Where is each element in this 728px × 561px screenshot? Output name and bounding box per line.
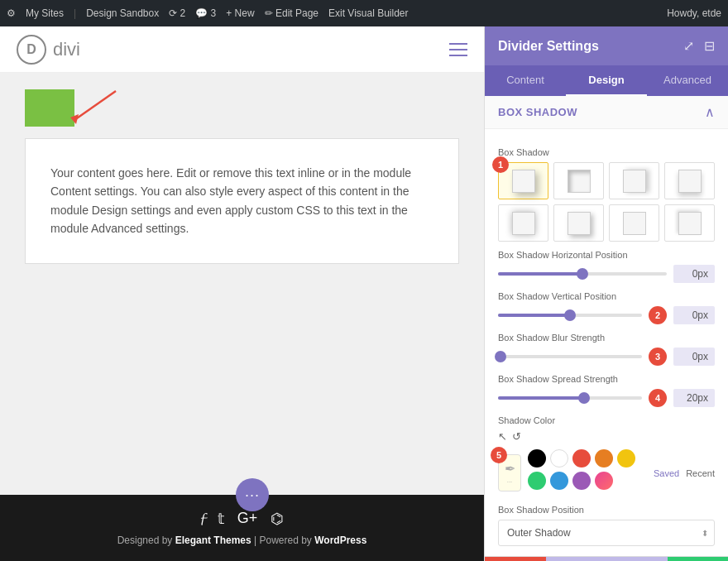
swatch-red[interactable] bbox=[572, 449, 591, 468]
recent-tab[interactable]: Recent bbox=[686, 468, 715, 478]
tab-advanced[interactable]: Advanced bbox=[647, 65, 728, 96]
shadow-option-2[interactable] bbox=[553, 162, 604, 199]
floating-menu-button[interactable]: ··· bbox=[236, 478, 269, 511]
saved-tab[interactable]: Saved bbox=[654, 468, 679, 478]
vertical-position-value[interactable] bbox=[673, 306, 715, 324]
design-sandbox-link[interactable]: Design Sandbox bbox=[86, 7, 159, 19]
vertical-position-slider-row: 2 bbox=[498, 306, 715, 324]
tab-design[interactable]: Design bbox=[566, 65, 647, 96]
cancel-button[interactable]: ✕ bbox=[485, 557, 546, 561]
color-picker-box[interactable]: 5 ✒ ··· bbox=[498, 454, 521, 491]
horizontal-position-track[interactable] bbox=[498, 272, 667, 276]
wp-logo[interactable]: ⚙ bbox=[7, 7, 16, 19]
exit-vb-link[interactable]: Exit Visual Builder bbox=[328, 7, 409, 19]
blur-strength-label: Box Shadow Blur Strength bbox=[498, 333, 715, 343]
vertical-position-track[interactable] bbox=[498, 314, 642, 317]
rss-icon[interactable]: ⌬ bbox=[271, 510, 284, 528]
section-collapse-icon[interactable]: ∧ bbox=[705, 104, 715, 120]
shadow-position-select[interactable]: Outer Shadow Inner Shadow bbox=[498, 520, 715, 546]
google-plus-icon[interactable]: G+ bbox=[237, 510, 258, 528]
panel-header: Divider Settings ⤢ ⊟ bbox=[485, 26, 728, 65]
swatch-black[interactable] bbox=[528, 449, 546, 468]
spread-strength-value[interactable] bbox=[673, 389, 715, 407]
hamburger-menu[interactable] bbox=[449, 43, 467, 56]
comments-link[interactable]: 💬 3 bbox=[195, 7, 216, 19]
shadow-option-8[interactable] bbox=[664, 204, 715, 242]
page-area: D divi Your content goes here. Edit or r… bbox=[0, 26, 484, 561]
new-content-link[interactable]: + New bbox=[226, 7, 254, 19]
expand-icon[interactable]: ⤢ bbox=[683, 38, 694, 54]
blur-strength-slider-row: 3 bbox=[498, 348, 715, 366]
divi-header: D divi bbox=[0, 26, 484, 73]
horizontal-position-value[interactable] bbox=[673, 265, 715, 283]
shadow-option-4[interactable] bbox=[664, 162, 715, 199]
shadow-option-1[interactable]: 1 bbox=[498, 162, 548, 199]
badge-3: 3 bbox=[649, 348, 667, 366]
swatch-yellow[interactable] bbox=[617, 449, 635, 468]
cursor-icon[interactable]: ↖ bbox=[498, 430, 507, 443]
horizontal-position-label: Box Shadow Horizontal Position bbox=[498, 250, 715, 260]
shadow-position-select-wrapper: Outer Shadow Inner Shadow bbox=[498, 520, 715, 546]
spread-strength-track[interactable] bbox=[498, 396, 642, 400]
box-shadow-label: Box Shadow bbox=[498, 147, 715, 157]
shadow-color-label: Shadow Color bbox=[498, 415, 715, 425]
swatch-blue[interactable] bbox=[550, 472, 568, 490]
panel-title: Divider Settings bbox=[498, 39, 599, 54]
eyedropper-icon: ✒ bbox=[505, 461, 515, 477]
edit-page-link[interactable]: ✏ Edit Page bbox=[265, 7, 318, 19]
action-bar: ✕ ↺ ↻ ✓ bbox=[485, 556, 728, 561]
shadow-color-row: ↖ ↺ bbox=[498, 430, 715, 443]
red-arrow-icon bbox=[66, 83, 124, 132]
swatch-green[interactable] bbox=[528, 472, 546, 490]
shadow-option-6[interactable] bbox=[553, 204, 604, 242]
saved-recent-tabs: Saved Recent bbox=[654, 468, 715, 478]
panel-body: Box Shadow 1 bbox=[485, 129, 728, 556]
horizontal-position-slider-row bbox=[498, 265, 715, 283]
content-text-box: Your content goes here. Edit or remove t… bbox=[25, 138, 459, 264]
logo-letter: D bbox=[26, 42, 36, 57]
swatch-purple[interactable] bbox=[572, 472, 591, 490]
shadow-option-5[interactable] bbox=[498, 204, 548, 242]
swatch-white[interactable] bbox=[550, 449, 568, 468]
body-text: Your content goes here. Edit or remove t… bbox=[50, 164, 433, 238]
swatch-custom[interactable] bbox=[595, 472, 613, 490]
admin-bar: ⚙ My Sites | Design Sandbox ⟳ 2 💬 3 + Ne… bbox=[0, 0, 728, 26]
split-icon[interactable]: ⊟ bbox=[704, 38, 715, 54]
divi-logo-circle: D bbox=[17, 35, 46, 65]
twitter-icon[interactable]: 𝕥 bbox=[218, 510, 224, 528]
shadow-options-grid: 1 bbox=[498, 162, 715, 242]
social-icons: 𝓯 𝕥 G+ ⌬ bbox=[15, 510, 469, 528]
howdy-label: Howdy, etde bbox=[667, 7, 721, 19]
badge-4: 4 bbox=[649, 389, 667, 407]
spread-strength-slider-row: 4 bbox=[498, 389, 715, 407]
updates-icon[interactable]: ⟳ 2 bbox=[169, 7, 185, 19]
shadow-option-7[interactable] bbox=[609, 204, 659, 242]
badge-5: 5 bbox=[491, 447, 507, 463]
divi-logo: D divi bbox=[17, 35, 80, 65]
section-title: Box Shadow bbox=[498, 106, 577, 118]
blur-strength-value[interactable] bbox=[673, 348, 715, 366]
footer-text: Designed by Elegant Themes | Powered by … bbox=[15, 535, 469, 546]
shadow-position-label: Box Shadow Position bbox=[498, 505, 715, 515]
save-button[interactable]: ✓ bbox=[668, 557, 729, 561]
panel-tabs: Content Design Advanced bbox=[485, 65, 728, 96]
color-tools: ↖ ↺ bbox=[498, 430, 521, 443]
shadow-option-3[interactable] bbox=[609, 162, 659, 199]
badge-1: 1 bbox=[492, 156, 509, 173]
main-area: D divi Your content goes here. Edit or r… bbox=[0, 26, 728, 561]
facebook-icon[interactable]: 𝓯 bbox=[200, 510, 204, 528]
blur-strength-track[interactable] bbox=[498, 355, 642, 358]
settings-panel: Divider Settings ⤢ ⊟ Content Design Adva… bbox=[484, 26, 728, 561]
undo-button[interactable]: ↺ bbox=[546, 557, 607, 561]
tab-content[interactable]: Content bbox=[485, 65, 566, 96]
redo-button[interactable]: ↻ bbox=[606, 557, 668, 561]
my-sites-link[interactable]: My Sites bbox=[26, 7, 64, 19]
green-divider-block[interactable] bbox=[25, 89, 74, 127]
color-swatches bbox=[528, 449, 647, 490]
color-picker-dots: ··· bbox=[507, 478, 513, 486]
spread-strength-label: Box Shadow Spread Strength bbox=[498, 374, 715, 384]
logo-text: divi bbox=[53, 39, 80, 60]
box-shadow-section-header: Box Shadow ∧ bbox=[485, 96, 728, 129]
reset-color-icon[interactable]: ↺ bbox=[512, 430, 521, 443]
swatch-orange[interactable] bbox=[595, 449, 613, 468]
